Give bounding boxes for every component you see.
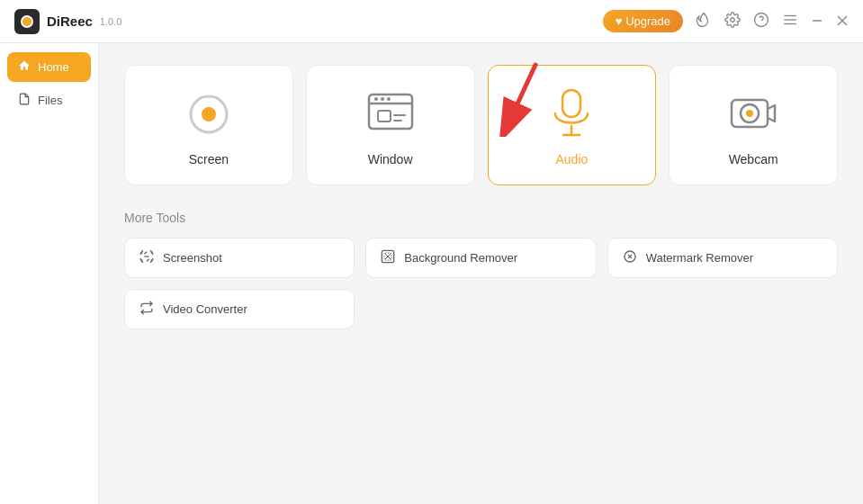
- main-layout: Home Files Screen: [0, 43, 863, 504]
- sidebar-item-files[interactable]: Files: [7, 86, 91, 115]
- screen-card-label: Screen: [189, 152, 229, 166]
- screen-card-icon: [182, 87, 236, 141]
- tools-grid: Screenshot Background Remover: [124, 238, 838, 329]
- menu-icon[interactable]: [782, 12, 798, 31]
- recording-cards-grid: Screen Wi: [124, 65, 838, 185]
- title-bar: DiReec 1.0.0 ♥ Upgrade: [0, 0, 863, 43]
- sidebar: Home Files: [0, 43, 99, 504]
- screenshot-icon: [139, 249, 154, 266]
- watermark-remover-tool[interactable]: Watermark Remover: [607, 238, 838, 278]
- app-branding: DiReec 1.0.0: [14, 9, 121, 34]
- title-bar-actions: ♥ Upgrade: [603, 10, 849, 32]
- fire-icon[interactable]: [696, 12, 712, 31]
- audio-card-label: Audio: [555, 152, 588, 166]
- settings-icon[interactable]: [724, 12, 741, 31]
- svg-point-13: [374, 97, 378, 101]
- watermark-remover-label: Watermark Remover: [646, 251, 753, 265]
- main-content: Screen Wi: [99, 43, 863, 504]
- webcam-card[interactable]: Webcam: [669, 65, 838, 185]
- video-converter-label: Video Converter: [163, 302, 247, 316]
- close-button[interactable]: [836, 14, 849, 29]
- screen-card[interactable]: Screen: [124, 65, 293, 185]
- audio-card-icon: [544, 87, 598, 141]
- svg-rect-17: [562, 90, 580, 117]
- svg-point-10: [202, 107, 216, 122]
- svg-point-0: [731, 18, 735, 22]
- files-icon: [18, 93, 31, 108]
- sidebar-home-label: Home: [38, 60, 69, 74]
- more-tools-section: More Tools: [124, 211, 838, 329]
- bg-remover-label: Background Remover: [404, 251, 517, 265]
- cards-row: Screen Wi: [124, 65, 838, 185]
- video-converter-icon: [139, 301, 154, 318]
- svg-point-1: [755, 14, 769, 27]
- video-converter-tool[interactable]: Video Converter: [124, 289, 355, 329]
- webcam-card-icon: [726, 87, 780, 141]
- audio-card[interactable]: Audio: [488, 65, 657, 185]
- app-logo-icon: [21, 15, 33, 28]
- watermark-remover-icon: [623, 249, 637, 266]
- screenshot-label: Screenshot: [163, 251, 222, 265]
- window-card-label: Window: [368, 152, 413, 166]
- bg-remover-icon: [381, 249, 395, 266]
- svg-rect-16: [378, 111, 391, 122]
- more-tools-title: More Tools: [124, 211, 838, 225]
- help-icon[interactable]: [753, 12, 769, 31]
- window-card-icon: [364, 87, 418, 141]
- window-card[interactable]: Window: [306, 65, 475, 185]
- svg-point-22: [746, 110, 753, 117]
- svg-line-26: [144, 252, 147, 255]
- svg-point-15: [387, 97, 391, 101]
- app-version: 1.0.0: [100, 16, 121, 27]
- app-logo: [14, 9, 40, 34]
- app-name: DiReec: [47, 14, 93, 29]
- bg-remover-tool[interactable]: Background Remover: [365, 238, 596, 278]
- screenshot-tool[interactable]: Screenshot: [124, 238, 355, 278]
- minimize-button[interactable]: [811, 14, 823, 29]
- home-icon: [18, 59, 31, 75]
- svg-line-27: [147, 259, 149, 262]
- svg-point-14: [381, 97, 384, 101]
- sidebar-files-label: Files: [38, 94, 62, 107]
- sidebar-item-home[interactable]: Home: [7, 52, 91, 82]
- webcam-card-label: Webcam: [729, 152, 778, 166]
- upgrade-button[interactable]: ♥ Upgrade: [603, 10, 683, 32]
